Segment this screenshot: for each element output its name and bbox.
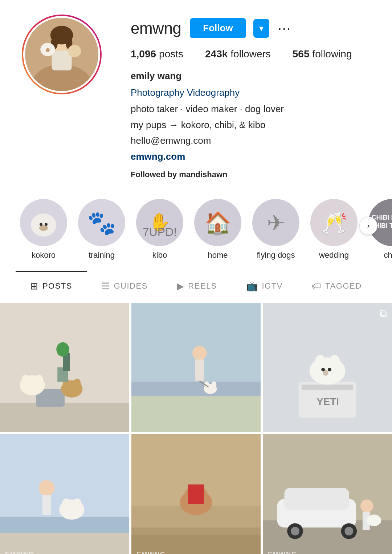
svg-point-69	[39, 480, 55, 496]
svg-point-73	[73, 498, 82, 509]
username: emwng	[131, 19, 181, 37]
svg-rect-49	[131, 396, 261, 432]
story-circle-kokoro	[20, 199, 67, 246]
story-label-home: home	[208, 250, 228, 260]
story-circle-training: 🐾	[78, 199, 125, 246]
profile-info: emwng Follow ▾ ··· 1,096 posts 243k foll…	[131, 15, 370, 181]
svg-point-54	[212, 381, 217, 388]
profile-header: emwng Follow ▾ ··· 1,096 posts 243k foll…	[0, 0, 392, 192]
svg-point-89	[360, 500, 373, 513]
website-link[interactable]: emwng.com	[131, 151, 185, 162]
post-item-6[interactable]: EMWNG	[263, 434, 392, 554]
svg-point-72	[62, 498, 71, 509]
svg-point-17	[45, 217, 50, 223]
bio-line-1: photo taker · video maker · dog lover	[131, 102, 370, 117]
post-item-1[interactable]	[0, 303, 129, 432]
tab-label-tagged: TAGGED	[325, 281, 362, 291]
followed-by-user[interactable]: mandishawn	[179, 170, 227, 179]
bio-category: Photography Videography	[131, 85, 370, 101]
followers-label: followers	[230, 48, 270, 60]
followed-by: Followed by mandishawn	[131, 168, 370, 181]
stats-row: 1,096 posts 243k followers 565 following	[131, 48, 370, 60]
svg-text:🐾: 🐾	[87, 209, 116, 237]
stories-next-button[interactable]: ›	[359, 217, 377, 235]
svg-point-43	[74, 378, 81, 388]
story-circle-home: 🏠	[194, 199, 241, 246]
story-label-wedding: wedding	[319, 250, 349, 260]
post-item-5[interactable]: EMWNG	[131, 434, 261, 554]
bio-website[interactable]: emwng.com	[131, 149, 370, 164]
multi-post-icon: ⧉	[380, 308, 387, 320]
svg-point-91	[367, 514, 381, 526]
tab-icon-posts: ⊞	[30, 281, 39, 292]
svg-rect-51	[195, 359, 204, 381]
story-label-flying-dogs: flying dogs	[257, 250, 295, 260]
svg-point-50	[192, 346, 207, 360]
svg-text:🥂: 🥂	[320, 210, 348, 236]
tab-tagged[interactable]: 🏷TAGGED	[297, 271, 376, 301]
tab-reels[interactable]: ▶REELS	[162, 271, 232, 301]
story-kokoro[interactable]: kokoro	[22, 199, 65, 260]
svg-point-12	[69, 45, 74, 52]
tab-posts[interactable]: ⊞POSTS	[16, 271, 87, 301]
post-item-3[interactable]: YETI⧉	[263, 303, 392, 432]
svg-point-18	[39, 225, 48, 231]
svg-point-10	[46, 48, 50, 52]
followed-by-label: Followed by	[131, 170, 177, 179]
bio-email: hello@emwng.com	[131, 133, 370, 148]
follow-dropdown-button[interactable]: ▾	[253, 19, 269, 38]
post-item-4[interactable]: EMWNG	[0, 434, 129, 554]
story-training[interactable]: 🐾training	[80, 199, 123, 260]
svg-point-19	[40, 223, 42, 226]
more-options-button[interactable]: ···	[278, 21, 291, 36]
tab-igtv[interactable]: 📺IGTV	[232, 271, 297, 301]
svg-point-65	[328, 368, 331, 371]
svg-text:✈: ✈	[267, 211, 285, 235]
tab-label-igtv: IGTV	[262, 281, 282, 291]
tab-label-reels: REELS	[188, 281, 217, 291]
story-label-chibi: chibi	[384, 250, 392, 260]
svg-rect-84	[284, 488, 349, 509]
svg-point-62	[329, 355, 340, 369]
story-wedding[interactable]: 🥂wedding	[312, 199, 356, 260]
watermark: EMWNG	[268, 551, 297, 554]
follow-button[interactable]: Follow	[190, 18, 246, 38]
tab-guides[interactable]: ☰GUIDES	[87, 271, 162, 301]
profile-top-row: emwng Follow ▾ ···	[131, 18, 370, 38]
svg-rect-58	[302, 384, 353, 390]
svg-rect-36	[0, 403, 129, 432]
stories-highlights: kokoro🐾training✋7UPD!kibo🏠home✈flying do…	[0, 192, 392, 264]
svg-point-13	[75, 45, 79, 52]
posts-count: 1,096	[131, 48, 156, 60]
post-item-2[interactable]	[131, 303, 261, 432]
posts-label: posts	[159, 48, 183, 60]
svg-point-88	[344, 527, 353, 535]
svg-point-64	[321, 368, 325, 371]
followers-stat[interactable]: 243k followers	[205, 48, 271, 60]
avatar-wrapper[interactable]	[22, 15, 102, 94]
story-flying-dogs[interactable]: ✈flying dogs	[254, 199, 298, 260]
story-home[interactable]: 🏠home	[196, 199, 240, 260]
tab-icon-reels: ▶	[177, 281, 185, 292]
tab-label-guides: GUIDES	[114, 281, 147, 291]
posts-stat[interactable]: 1,096 posts	[131, 48, 183, 60]
following-label: following	[313, 48, 352, 60]
story-label-training: training	[89, 250, 115, 260]
followers-count: 243k	[205, 48, 228, 60]
story-circle-kibo: ✋7UPD!	[136, 199, 183, 246]
story-kibo[interactable]: ✋7UPD!kibo	[138, 199, 181, 260]
watermark: EMWNG	[5, 551, 34, 554]
avatar-image	[25, 18, 98, 91]
svg-point-86	[291, 527, 299, 535]
svg-text:7UPD!: 7UPD!	[143, 225, 177, 239]
bio-line-2: my pups → kokoro, chibi, & kibo	[131, 118, 370, 133]
svg-rect-70	[42, 495, 51, 515]
bio-section: emily wang Photography Videography photo…	[131, 69, 370, 181]
svg-point-40	[34, 375, 43, 386]
svg-text:🏠: 🏠	[204, 210, 232, 236]
posts-grid: YETI⧉EMWNGEMWNGEMWNG⧉	[0, 301, 392, 554]
tab-icon-guides: ☰	[101, 281, 110, 292]
svg-point-16	[37, 217, 42, 223]
following-stat[interactable]: 565 following	[293, 48, 352, 60]
svg-point-20	[45, 223, 48, 226]
